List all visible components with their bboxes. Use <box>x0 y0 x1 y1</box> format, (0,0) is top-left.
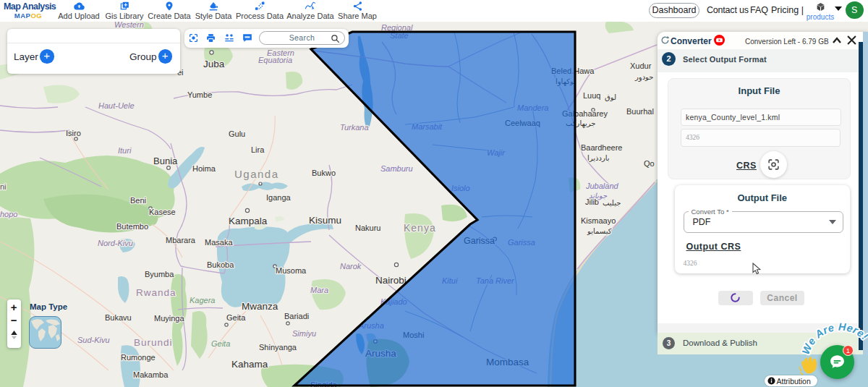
svg-text:ni: ni <box>0 182 7 191</box>
svg-text:Narok: Narok <box>340 262 362 271</box>
svg-text:لوق: لوق <box>605 93 616 101</box>
svg-text:hopo: hopo <box>0 210 17 218</box>
svg-text:Kasese: Kasese <box>149 208 176 216</box>
svg-text:Gulu: Gulu <box>229 129 245 138</box>
svg-text:Rumonge: Rumonge <box>121 353 156 362</box>
svg-text:Geita: Geita <box>226 313 246 322</box>
svg-text:Muyinga: Muyinga <box>154 314 184 323</box>
svg-text:Isiro: Isiro <box>66 129 81 137</box>
svg-text:Baardheere: Baardheere <box>581 143 623 152</box>
svg-text:Bukoba: Bukoba <box>207 260 234 269</box>
svg-text:Nord-Kivu: Nord-Kivu <box>98 239 133 247</box>
svg-text:Western: Western <box>114 22 144 29</box>
svg-text:Rwanda: Rwanda <box>136 287 176 298</box>
svg-text:Samburu: Samburu <box>380 164 413 173</box>
svg-text:Turkana: Turkana <box>340 123 369 132</box>
svg-text:Kismaayo: Kismaayo <box>581 216 616 225</box>
svg-text:Kenya: Kenya <box>404 222 436 234</box>
svg-text:Luuq: Luuq <box>583 91 600 100</box>
svg-text:Buurhal: Buurhal <box>626 107 654 116</box>
svg-text:Makamba: Makamba <box>133 370 169 379</box>
svg-text:Mbarara: Mbarara <box>166 236 196 244</box>
svg-text:Simiyu: Simiyu <box>292 329 316 338</box>
svg-text:Bariadi: Bariadi <box>284 312 309 320</box>
svg-text:جوباند: جوباند <box>589 192 608 200</box>
svg-text:Kisumu: Kisumu <box>309 215 341 226</box>
svg-text:Ituri: Ituri <box>118 146 132 155</box>
svg-text:Masaka: Masaka <box>205 238 233 247</box>
svg-text:Bukavu: Bukavu <box>105 313 132 322</box>
svg-text:Lira: Lira <box>251 145 265 154</box>
svg-text:Qo: Qo <box>644 159 655 168</box>
svg-text:Sud-Kivu: Sud-Kivu <box>77 336 110 344</box>
svg-text:Nakuru: Nakuru <box>355 224 380 232</box>
svg-text:Beni: Beni <box>130 196 146 205</box>
svg-text:Kagera: Kagera <box>190 296 215 305</box>
svg-text:Geita: Geita <box>211 339 230 348</box>
svg-text:Xudur: Xudur <box>630 61 652 70</box>
svg-text:Yumbe: Yumbe <box>187 90 212 99</box>
svg-text:Bunia: Bunia <box>153 156 178 166</box>
svg-text:Uganda: Uganda <box>234 168 279 180</box>
svg-text:Byumba: Byumba <box>145 270 174 278</box>
svg-text:Butembo: Butembo <box>116 222 148 231</box>
svg-text:Shinyanga: Shinyanga <box>259 343 297 352</box>
svg-text:Kampala: Kampala <box>229 216 268 226</box>
svg-text:Mara: Mara <box>310 286 328 294</box>
svg-text:Kahama: Kahama <box>231 359 268 370</box>
svg-text:كيسمايو: كيسمايو <box>587 227 612 235</box>
svg-text:Burundi: Burundi <box>134 337 173 348</box>
svg-text:Hoima: Hoima <box>192 164 216 173</box>
svg-text:Mwanza: Mwanza <box>242 301 278 312</box>
svg-text:Bukwo: Bukwo <box>312 169 336 177</box>
svg-text:Musoma: Musoma <box>276 266 307 275</box>
svg-text:Juba: Juba <box>203 59 225 69</box>
svg-text:باردذيرا: باردذيرا <box>587 154 610 162</box>
svg-text:Nairobi: Nairobi <box>375 275 407 286</box>
svg-text:Haut-Uele: Haut-Uele <box>98 101 135 110</box>
svg-text:حودور: حودور <box>634 73 653 82</box>
svg-text:Jubaland: Jubaland <box>585 182 619 190</box>
svg-text:جيليب: جيليب <box>603 199 621 207</box>
svg-text:Iganga: Iganga <box>266 193 292 202</box>
svg-text:Equatoria: Equatoria <box>258 56 292 64</box>
